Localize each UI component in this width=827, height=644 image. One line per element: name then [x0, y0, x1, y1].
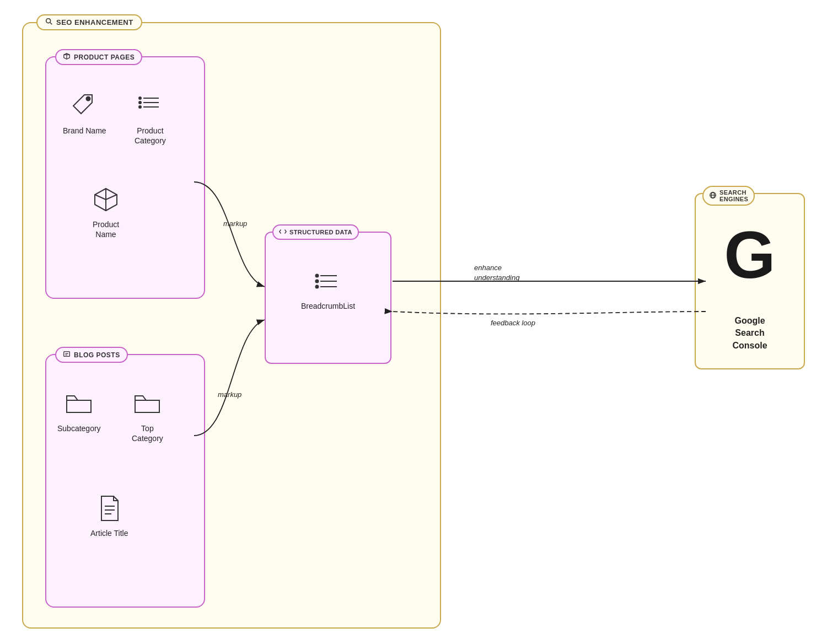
google-g-text: G: [696, 222, 804, 288]
structured-data-badge: STRUCTURED DATA: [272, 224, 359, 240]
blog-posts-badge: BLOG POSTS: [55, 347, 128, 363]
seo-title-label: SEO ENHANCEMENT: [56, 18, 133, 26]
blog-posts-label: BLOG POSTS: [74, 351, 120, 359]
svg-point-18: [315, 275, 318, 277]
subcategory-item: Subcategory: [57, 388, 101, 433]
svg-point-0: [46, 19, 51, 23]
product-pages-label: PRODUCT PAGES: [74, 53, 135, 61]
search-engines-label: SEARCHENGINES: [719, 189, 748, 202]
svg-point-7: [139, 101, 141, 104]
product-pages-box: PRODUCT PAGES Brand Name: [45, 56, 205, 299]
brand-name-label: Brand Name: [63, 126, 106, 136]
search-engines-badge: SEARCHENGINES: [702, 186, 755, 206]
brand-name-item: Brand Name: [63, 90, 106, 136]
svg-point-8: [139, 106, 141, 108]
svg-rect-9: [64, 352, 70, 357]
structured-data-label: STRUCTURED DATA: [289, 229, 352, 235]
svg-point-20: [315, 286, 318, 288]
top-category-item: TopCategory: [132, 388, 163, 443]
product-category-item: ProductCategory: [135, 90, 166, 146]
structured-data-box: STRUCTURED DATA BreadcrumbList: [265, 232, 391, 364]
google-g-logo: G: [696, 222, 804, 288]
search-engines-box: SEARCHENGINES G GoogleSearchConsole: [695, 193, 805, 369]
enhance-understanding-label2: understanding: [474, 273, 520, 282]
feedback-loop-label: feedback loop: [491, 319, 535, 327]
search-icon: [45, 18, 53, 27]
seo-title-badge: SEO ENHANCEMENT: [36, 14, 142, 30]
product-category-label: ProductCategory: [135, 126, 166, 146]
breadcrumblist-label: BreadcrumbList: [301, 301, 355, 311]
article-title-label: Article Title: [90, 528, 128, 538]
svg-point-6: [139, 97, 141, 99]
product-name-item: ProductName: [90, 184, 121, 239]
code-icon: [279, 228, 287, 237]
product-pages-badge: PRODUCT PAGES: [55, 49, 142, 65]
product-pages-icon: [63, 52, 71, 62]
top-category-label: TopCategory: [132, 423, 163, 443]
enhance-understanding-label: enhance: [474, 264, 502, 272]
product-name-label: ProductName: [93, 219, 119, 239]
svg-point-2: [87, 97, 90, 101]
article-title-item: Article Title: [90, 493, 128, 538]
breadcrumblist-item: BreadcrumbList: [301, 266, 355, 311]
globe-icon: [709, 191, 717, 200]
svg-line-1: [50, 23, 52, 25]
subcategory-label: Subcategory: [57, 423, 101, 433]
google-search-console-label: GoogleSearchConsole: [696, 315, 804, 352]
svg-point-19: [315, 280, 318, 283]
blog-posts-box: BLOG POSTS Subcategory TopCategory: [45, 354, 205, 608]
blog-posts-icon: [63, 350, 71, 359]
